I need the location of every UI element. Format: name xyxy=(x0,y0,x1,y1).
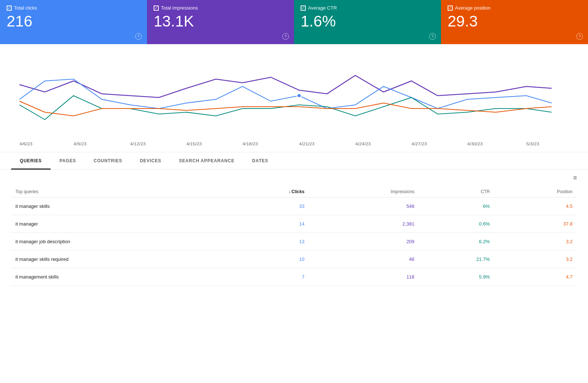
cell-ctr: 5.9% xyxy=(419,268,494,286)
table-row[interactable]: it manager skills 33 548 6% 4.5 xyxy=(11,198,577,215)
metric-clicks-value: 216 xyxy=(7,14,140,29)
checkbox-ctr[interactable] xyxy=(301,6,306,11)
cell-ctr: 6% xyxy=(419,198,494,215)
cell-impressions: 2,381 xyxy=(309,215,419,233)
cell-clicks: 10 xyxy=(225,251,309,268)
svg-text:4/18/23: 4/18/23 xyxy=(243,142,258,146)
col-header-impressions[interactable]: Impressions xyxy=(309,186,419,198)
svg-text:4/21/23: 4/21/23 xyxy=(299,142,315,146)
tab-countries[interactable]: COUNTRIES xyxy=(85,152,131,169)
cell-ctr: 21.7% xyxy=(419,251,494,268)
svg-text:5/3/23: 5/3/23 xyxy=(526,142,539,146)
tab-pages[interactable]: PAGES xyxy=(51,152,85,169)
table-header-row: Top queries ↓Clicks Impressions CTR Posi… xyxy=(11,186,577,198)
queries-table: Top queries ↓Clicks Impressions CTR Posi… xyxy=(11,186,577,286)
tab-queries[interactable]: QUERIES xyxy=(11,152,51,169)
filter-icon[interactable]: ≡ xyxy=(573,174,577,182)
cell-query: it manager skills xyxy=(11,198,225,215)
cell-position: 3.2 xyxy=(494,233,577,251)
metrics-bar: Total clicks 216 ? Total impressions 13.… xyxy=(0,0,588,44)
sort-arrow-icon: ↓ xyxy=(288,189,291,194)
metric-position-value: 29.3 xyxy=(448,14,581,29)
metric-ctr-value: 1.6% xyxy=(301,14,434,29)
col-header-clicks[interactable]: ↓Clicks xyxy=(225,186,309,198)
svg-point-10 xyxy=(297,94,301,97)
svg-text:4/27/23: 4/27/23 xyxy=(411,142,427,146)
checkbox-impressions[interactable] xyxy=(154,6,159,11)
table-row[interactable]: it management skills 7 118 5.9% 4.7 xyxy=(11,268,577,286)
metric-ctr-label: Average CTR xyxy=(308,5,337,11)
tabs-bar: QUERIES PAGES COUNTRIES DEVICES SEARCH A… xyxy=(0,152,588,170)
cell-impressions: 118 xyxy=(309,268,419,286)
metric-clicks-label: Total clicks xyxy=(14,5,37,11)
cell-clicks: 7 xyxy=(225,268,309,286)
metric-average-position[interactable]: Average position 29.3 ? xyxy=(441,0,588,44)
cell-query: it manager xyxy=(11,215,225,233)
cell-impressions: 46 xyxy=(309,251,419,268)
help-icon-ctr[interactable]: ? xyxy=(429,33,436,40)
svg-text:4/30/23: 4/30/23 xyxy=(467,142,483,146)
table-row[interactable]: it manager skills required 10 46 21.7% 3… xyxy=(11,251,577,268)
cell-position: 37.8 xyxy=(494,215,577,233)
cell-clicks: 33 xyxy=(225,198,309,215)
svg-text:4/15/23: 4/15/23 xyxy=(186,142,202,146)
table-row[interactable]: it manager job description 13 209 6.2% 3… xyxy=(11,233,577,251)
metric-impressions-value: 13.1K xyxy=(154,14,287,29)
cell-query: it manager job description xyxy=(11,233,225,251)
help-icon-clicks[interactable]: ? xyxy=(135,33,142,40)
tab-search-appearance[interactable]: SEARCH APPEARANCE xyxy=(170,152,243,169)
cell-clicks: 13 xyxy=(225,233,309,251)
tab-dates[interactable]: DATES xyxy=(243,152,277,169)
col-header-query[interactable]: Top queries xyxy=(11,186,225,198)
line-chart: 4/6/23 4/9/23 4/12/23 4/15/23 4/18/23 4/… xyxy=(11,52,577,147)
metric-average-ctr[interactable]: Average CTR 1.6% ? xyxy=(294,0,441,44)
cell-position: 3.2 xyxy=(494,251,577,268)
metric-impressions-label: Total impressions xyxy=(161,5,198,11)
table-toolbar: ≡ xyxy=(11,170,577,186)
cell-impressions: 548 xyxy=(309,198,419,215)
cell-impressions: 209 xyxy=(309,233,419,251)
checkbox-position[interactable] xyxy=(448,6,453,11)
metric-total-impressions[interactable]: Total impressions 13.1K ? xyxy=(147,0,294,44)
table-row[interactable]: it manager 14 2,381 0.6% 37.8 xyxy=(11,215,577,233)
metric-total-clicks[interactable]: Total clicks 216 ? xyxy=(0,0,147,44)
cell-query: it manager skills required xyxy=(11,251,225,268)
svg-text:4/9/23: 4/9/23 xyxy=(74,142,87,146)
svg-text:4/24/23: 4/24/23 xyxy=(355,142,371,146)
cell-position: 4.5 xyxy=(494,198,577,215)
cell-ctr: 0.6% xyxy=(419,215,494,233)
cell-position: 4.7 xyxy=(494,268,577,286)
svg-text:4/12/23: 4/12/23 xyxy=(130,142,146,146)
checkbox-clicks[interactable] xyxy=(7,6,12,11)
cell-ctr: 6.2% xyxy=(419,233,494,251)
table-section: ≡ Top queries ↓Clicks Impressions CTR Po… xyxy=(0,170,588,286)
help-icon-position[interactable]: ? xyxy=(576,33,583,40)
tab-devices[interactable]: DEVICES xyxy=(131,152,170,169)
svg-text:4/6/23: 4/6/23 xyxy=(19,142,33,146)
col-header-position[interactable]: Position xyxy=(494,186,577,198)
cell-query: it management skills xyxy=(11,268,225,286)
col-header-ctr[interactable]: CTR xyxy=(419,186,494,198)
chart-area: 4/6/23 4/9/23 4/12/23 4/15/23 4/18/23 4/… xyxy=(0,44,588,152)
metric-position-label: Average position xyxy=(455,5,491,11)
cell-clicks: 14 xyxy=(225,215,309,233)
help-icon-impressions[interactable]: ? xyxy=(282,33,289,40)
